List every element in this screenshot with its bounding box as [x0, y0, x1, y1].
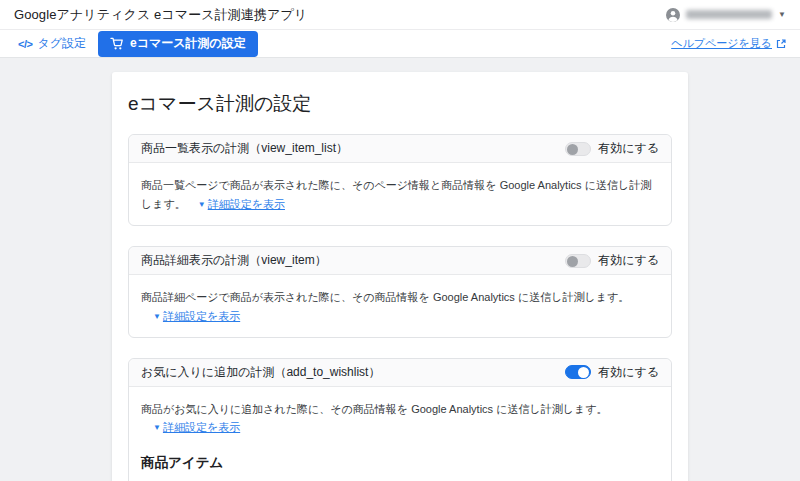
section-view-item: 商品詳細表示の計測（view_item） 有効にする 商品詳細ページで商品が表示… [128, 246, 672, 338]
triangle-down-icon: ▼ [153, 423, 161, 432]
help-page-link-label: ヘルプページを見る [671, 36, 772, 51]
section-title: 商品一覧表示の計測（view_item_list） [141, 140, 348, 157]
section-body: 商品詳細ページで商品が表示された際に、その商品情報を Google Analyt… [129, 275, 671, 337]
user-email-redacted [686, 10, 772, 19]
toggle-label: 有効にする [598, 252, 659, 269]
user-account-menu[interactable]: ▼ [666, 8, 786, 22]
section-header: お気に入りに追加の計測（add_to_wishlist） 有効にする [129, 359, 671, 387]
code-icon: </> [18, 38, 32, 50]
section-add-to-wishlist: お気に入りに追加の計測（add_to_wishlist） 有効にする 商品がお気… [128, 358, 672, 481]
detail-settings-link[interactable]: ▼詳細設定を表示 [153, 310, 240, 322]
section-header: 商品一覧表示の計測（view_item_list） 有効にする [129, 135, 671, 163]
detail-settings-link-label: 詳細設定を表示 [208, 198, 285, 210]
section-body: 商品がお気に入りに追加された際に、その商品情報を Google Analytic… [129, 387, 671, 481]
app-header: Googleアナリティクス eコマース計測連携アプリ ▼ [0, 0, 800, 30]
help-page-link[interactable]: ヘルプページを見る [671, 36, 786, 51]
section-title: 商品詳細表示の計測（view_item） [141, 252, 327, 269]
tab-tag-settings-label: タグ設定 [37, 35, 86, 52]
toggle-label: 有効にする [598, 140, 659, 157]
section-description: 商品詳細ページで商品が表示された際に、その商品情報を Google Analyt… [141, 291, 629, 303]
product-items-heading: 商品アイテム [141, 454, 659, 472]
section-body: 商品一覧ページで商品が表示された際に、そのページ情報と商品情報を Google … [129, 163, 671, 225]
tab-ecommerce-settings[interactable]: eコマース計測の設定 [98, 31, 258, 57]
section-description: 商品がお気に入りに追加された際に、その商品情報を Google Analytic… [141, 403, 607, 415]
tab-tag-settings[interactable]: </> タグ設定 [18, 35, 86, 52]
chevron-down-icon: ▼ [778, 11, 786, 19]
page-title: eコマース計測の設定 [128, 72, 672, 134]
main-panel: eコマース計測の設定 商品一覧表示の計測（view_item_list） 有効に… [112, 72, 688, 481]
enable-toggle[interactable] [565, 254, 591, 268]
detail-settings-link-label: 詳細設定を表示 [163, 421, 240, 433]
tab-bar: </> タグ設定 eコマース計測の設定 ヘルプページを見る [0, 30, 800, 58]
detail-settings-link-label: 詳細設定を表示 [163, 310, 240, 322]
section-view-item-list: 商品一覧表示の計測（view_item_list） 有効にする 商品一覧ページで… [128, 134, 672, 226]
cart-icon [110, 37, 124, 50]
tab-ecommerce-settings-label: eコマース計測の設定 [130, 35, 246, 52]
toggle-label: 有効にする [598, 364, 659, 381]
section-title: お気に入りに追加の計測（add_to_wishlist） [141, 364, 380, 381]
detail-settings-link[interactable]: ▼詳細設定を表示 [198, 198, 285, 210]
enable-toggle[interactable] [565, 365, 591, 379]
triangle-down-icon: ▼ [198, 200, 206, 209]
detail-settings-link[interactable]: ▼詳細設定を表示 [153, 421, 240, 433]
app-title: Googleアナリティクス eコマース計測連携アプリ [14, 6, 307, 24]
section-header: 商品詳細表示の計測（view_item） 有効にする [129, 247, 671, 275]
enable-toggle[interactable] [565, 142, 591, 156]
external-link-icon [776, 39, 786, 49]
user-avatar-icon [666, 8, 680, 22]
triangle-down-icon: ▼ [153, 312, 161, 321]
